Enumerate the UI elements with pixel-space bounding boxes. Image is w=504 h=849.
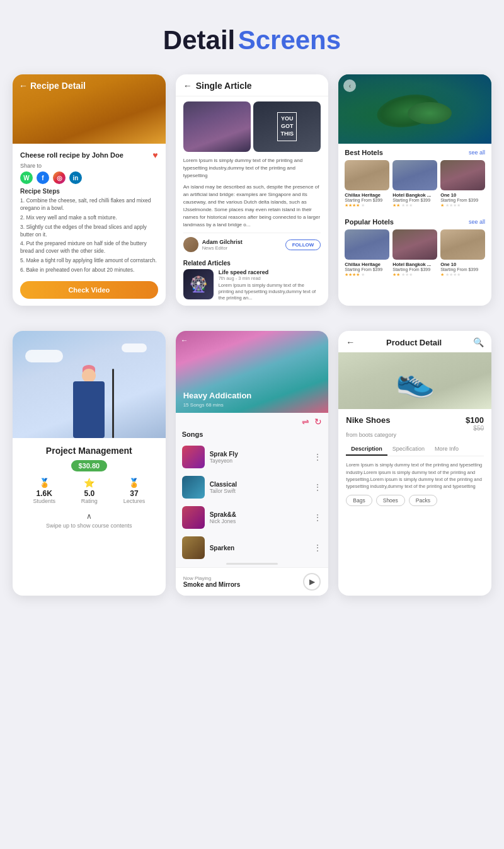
popular-hotel-2[interactable]: Hotel Bangkok ... Starting From $399 ★★ …	[392, 229, 437, 277]
rating-icon: ⭐	[81, 478, 98, 488]
best-hotels-grid: Chillax Heritage Starting From $399 ★★★★…	[345, 160, 485, 208]
hotel-name-1: Chillax Heritage	[345, 192, 389, 198]
tag-packs[interactable]: Packs	[409, 495, 437, 506]
instagram-icon[interactable]: ◎	[53, 171, 66, 184]
song-item-1[interactable]: Sprak Fly Tayeyeon ⋮	[176, 442, 329, 472]
popular-name-2: Hotel Bangkok ...	[392, 262, 437, 267]
best-hotels-see-all[interactable]: see all	[469, 149, 485, 156]
song-item-3[interactable]: Sprak&& Nick Jones ⋮	[176, 502, 329, 533]
song-info-2: Classical Tailor Swift	[210, 481, 309, 494]
project-body: Project Management $30.80 🏅 1.6K Student…	[13, 438, 166, 536]
recipe-step-4: 4. Put the prepared mixture on half side…	[20, 240, 158, 255]
popular-hotel-3[interactable]: One 10 Starting From $399 ★ ★★★★	[440, 229, 485, 277]
hotel-hero-image: ‹	[338, 74, 491, 144]
product-name: Nike Shoes	[346, 415, 390, 425]
song-more-1[interactable]: ⋮	[313, 452, 322, 462]
project-hero-image	[13, 331, 166, 438]
article-author-row: Adam Gilchrist News Editor FOLLOW	[183, 233, 321, 256]
recipe-back-button[interactable]: ← Recipe Detail	[19, 81, 86, 91]
tag-shoes[interactable]: Shoes	[376, 495, 405, 506]
project-price-badge: $30.80	[71, 460, 108, 471]
whatsapp-icon[interactable]: W	[20, 171, 33, 184]
project-card: Project Management $30.80 🏅 1.6K Student…	[13, 331, 166, 596]
hotel-thumb-1	[345, 160, 389, 190]
hotel-item-1[interactable]: Chillax Heritage Starting From $399 ★★★★…	[345, 160, 389, 208]
stat-rating-value: 5.0	[81, 489, 98, 498]
play-button[interactable]: ▶	[303, 573, 321, 591]
facebook-icon[interactable]: f	[37, 171, 49, 184]
tab-specification[interactable]: Specification	[387, 443, 430, 456]
recipe-step-3: 3. Slightly cut the edges of the bread s…	[20, 224, 158, 239]
product-info: Nike Shoes $100 $50 from boots category …	[338, 409, 491, 512]
song-title-1: Sprak Fly	[210, 451, 309, 458]
project-title: Project Management	[20, 446, 158, 456]
song-artist-3: Nick Jones	[210, 518, 309, 524]
popular-price-2: Starting From $399	[392, 267, 437, 272]
song-artist-1: Tayeyeon	[210, 458, 309, 464]
recipe-hero-image: ← Recipe Detail	[13, 74, 166, 144]
linkedin-icon[interactable]: in	[69, 171, 82, 184]
popular-stars-2: ★★ ★★★	[392, 272, 437, 277]
follow-button[interactable]: FOLLOW	[285, 240, 321, 250]
popular-hotels-see-all[interactable]: see all	[469, 219, 485, 225]
product-header-bar: ← Product Detail 🔍	[338, 331, 491, 352]
album-title: Heavy Addication	[183, 391, 252, 400]
project-stats: 🏅 1.6K Students ⭐ 5.0 Rating 🏅 37 Lectur…	[20, 478, 158, 504]
now-playing-info: Now Playing Smoke and Mirrors	[183, 575, 241, 588]
popular-thumb-3	[440, 229, 485, 260]
music-back-icon[interactable]: ←	[181, 336, 188, 345]
related-article-meta: 7th aug - 3 min read	[219, 275, 321, 281]
song-more-4[interactable]: ⋮	[313, 543, 322, 553]
tag-bags[interactable]: Bags	[346, 495, 372, 506]
article-title: Single Article	[196, 81, 252, 91]
ferris-wheel-icon: 🎡	[189, 275, 208, 293]
product-search-icon[interactable]: 🔍	[473, 337, 484, 347]
music-hero-image: ← Heavy Addication 15 Songs 68 mins	[176, 331, 329, 413]
author-name: Adam Gilchrist	[202, 239, 285, 245]
hotel-name-3: One 10	[440, 192, 485, 198]
swipe-arrow-icon: ∧	[86, 512, 92, 521]
shuffle-icon[interactable]: ⇌	[302, 417, 309, 427]
hotel-name-2: Hotel Bangkok ...	[392, 192, 437, 198]
article-image-2: YOUGOTTHIS	[253, 101, 321, 152]
recipe-step-6: 6. Bake in preheated oven for about 20 m…	[20, 267, 158, 274]
stat-rating-label: Rating	[81, 498, 98, 504]
hotel-price-3: Starting From $399	[440, 198, 485, 202]
song-thumb-1	[182, 446, 205, 468]
hotel-item-2[interactable]: Hotel Bangkok ... Starting From $399 ★★ …	[392, 160, 437, 208]
product-back-icon[interactable]: ←	[346, 337, 355, 347]
stat-lectures: 🏅 37 Lectures	[123, 478, 146, 504]
popular-hotels-grid: Chillax Heritage Starting From $399 ★★★★…	[345, 229, 485, 277]
tab-more-info[interactable]: More Info	[430, 443, 464, 456]
hotel-stars-3: ★ ★★★★	[440, 203, 485, 208]
article-body: Lorem Ipsum is simply dummy text of the …	[176, 157, 329, 306]
song-more-2[interactable]: ⋮	[313, 482, 322, 492]
row-1: ← Recipe Detail Cheese roll recipe by Jo…	[0, 74, 504, 318]
product-hero-image: 👟	[338, 352, 491, 409]
now-playing-bar: Now Playing Smoke and Mirrors ▶	[176, 567, 329, 596]
hotel-item-3[interactable]: One 10 Starting From $399 ★ ★★★★	[440, 160, 485, 208]
song-item-4[interactable]: Sparken ⋮	[176, 533, 329, 563]
related-article-desc: Lorem Ipsum is simply dummy text of the …	[219, 282, 321, 301]
popular-thumb-1	[345, 229, 389, 260]
product-title: Product Detail	[386, 338, 442, 347]
article-card: ← Single Article YOUGOTTHIS Lorem Ipsum …	[176, 74, 329, 306]
repeat-icon[interactable]: ↻	[314, 417, 322, 427]
recipe-step-2: 2. Mix very well and make a soft mixture…	[20, 214, 158, 222]
song-item-2[interactable]: Classical Tailor Swift ⋮	[176, 472, 329, 502]
article-back-icon[interactable]: ←	[183, 81, 192, 91]
header-title-black: Detail	[163, 25, 235, 55]
popular-name-3: One 10	[440, 262, 485, 267]
favorite-icon[interactable]: ♥	[152, 150, 158, 160]
popular-hotel-1[interactable]: Chillax Heritage Starting From $399 ★★★★…	[345, 229, 389, 277]
tab-description[interactable]: Description	[346, 443, 387, 456]
stat-rating: ⭐ 5.0 Rating	[81, 478, 98, 504]
social-icons-row: W f ◎ in	[20, 171, 158, 184]
check-video-button[interactable]: Check Video	[20, 281, 158, 299]
song-more-3[interactable]: ⋮	[313, 512, 322, 523]
stat-students-label: Students	[33, 498, 55, 504]
album-sub: 15 Songs 68 mins	[183, 402, 224, 408]
hotel-price-1: Starting From $399	[345, 198, 389, 202]
you-got-this-text: YOUGOTTHIS	[277, 112, 297, 141]
author-info: Adam Gilchrist News Editor	[202, 239, 285, 251]
